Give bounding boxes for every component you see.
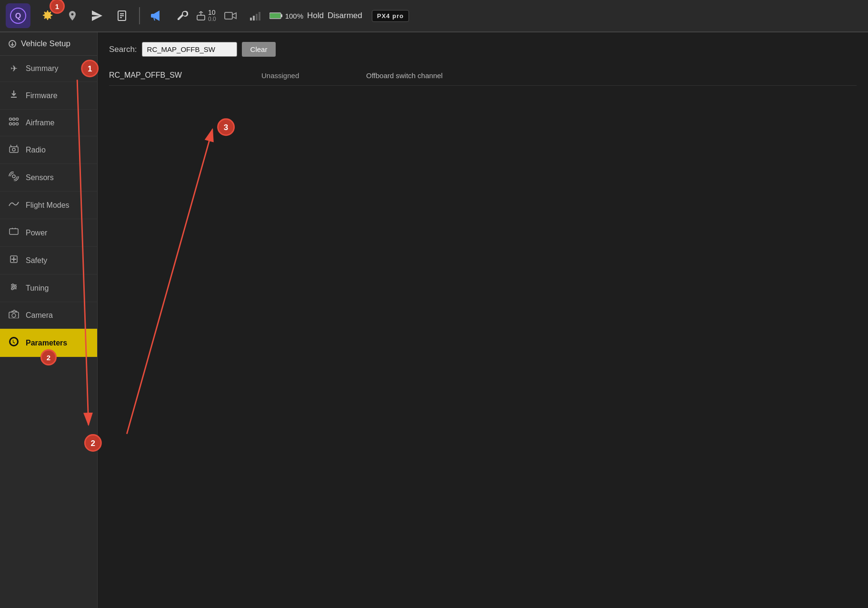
sidebar-label-flight-modes: Flight Modes [26, 201, 70, 210]
annotation-2: 2 [40, 349, 57, 365]
svg-point-36 [12, 284, 14, 286]
svg-point-19 [13, 118, 15, 121]
param-name: RC_MAP_OFFB_SW [109, 71, 261, 80]
location-button[interactable] [62, 5, 83, 26]
search-row: Search: Clear [109, 42, 857, 57]
svg-rect-6 [197, 15, 205, 20]
nav-divider [139, 7, 140, 24]
sidebar-item-airframe[interactable]: Airframe [0, 110, 97, 136]
svg-rect-24 [10, 147, 18, 152]
battery-status: 100% [269, 12, 303, 20]
sidebar-label-airframe: Airframe [26, 119, 54, 127]
svg-rect-16 [281, 14, 282, 17]
sidebar-item-camera[interactable]: Camera [0, 302, 97, 329]
svg-point-40 [12, 314, 16, 317]
arm-status: Disarmed [328, 11, 362, 20]
svg-point-25 [12, 148, 15, 151]
satellite-sub: 0.0 [208, 16, 216, 22]
sidebar-label-camera: Camera [26, 311, 53, 320]
satellite-count: 10 [208, 9, 216, 16]
search-input[interactable] [142, 42, 237, 57]
sidebar-item-summary[interactable]: ✈ Summary [0, 56, 97, 82]
sidebar-label-power: Power [26, 229, 47, 237]
svg-text:Q: Q [15, 12, 21, 20]
sidebar-label-summary: Summary [26, 64, 58, 73]
sidebar-item-sensors[interactable]: Sensors [0, 164, 97, 192]
settings-button[interactable]: 1 [37, 5, 58, 26]
svg-point-28 [12, 175, 15, 178]
svg-rect-14 [259, 12, 260, 20]
send-button[interactable] [87, 5, 108, 26]
svg-point-18 [10, 118, 12, 121]
video-button[interactable] [220, 5, 241, 26]
sidebar-item-tuning[interactable]: Tuning [0, 274, 97, 302]
flight-mode-status: Hold [307, 11, 324, 20]
sidebar-header: Vehicle Setup [0, 32, 97, 56]
sensors-icon [8, 172, 20, 183]
sidebar-item-radio[interactable]: Radio [0, 136, 97, 164]
sidebar-item-flight-modes[interactable]: Flight Modes [0, 192, 97, 219]
flight-modes-icon [8, 199, 20, 211]
airframe-icon [8, 117, 20, 128]
svg-point-21 [10, 123, 12, 125]
sidebar-item-safety[interactable]: Safety [0, 247, 97, 274]
svg-rect-13 [256, 14, 258, 20]
summary-icon: ✈ [8, 63, 20, 74]
param-value: Unassigned [261, 71, 366, 80]
svg-point-20 [16, 118, 19, 121]
parameters-icon [8, 336, 20, 349]
app-logo[interactable]: Q [6, 3, 30, 28]
content-area: Search: Clear RC_MAP_OFFB_SW Unassigned … [98, 32, 868, 608]
param-description: Offboard switch channel [366, 71, 857, 80]
megaphone-button[interactable] [147, 5, 168, 26]
topbar: Q 1 [0, 0, 868, 32]
radio-icon [8, 144, 20, 156]
svg-rect-17 [270, 13, 280, 18]
tools-button[interactable] [171, 5, 192, 26]
px4-logo: PX4 pro [372, 10, 409, 22]
clear-button[interactable]: Clear [242, 42, 276, 57]
signal-button[interactable] [245, 5, 266, 26]
camera-icon [8, 310, 20, 321]
sidebar-item-firmware[interactable]: Firmware [0, 82, 97, 110]
power-icon [8, 227, 20, 239]
sidebar-label-tuning: Tuning [26, 284, 49, 293]
svg-point-23 [16, 123, 19, 125]
sidebar-label-firmware: Firmware [26, 91, 58, 100]
svg-point-38 [11, 288, 13, 290]
sidebar-label-safety: Safety [26, 256, 47, 265]
tuning-icon [8, 282, 20, 294]
safety-icon [8, 254, 20, 266]
svg-rect-29 [10, 229, 18, 234]
svg-point-37 [14, 286, 16, 288]
battery-percent: 100% [285, 12, 303, 20]
document-button[interactable] [111, 5, 132, 26]
sidebar-item-power[interactable]: Power [0, 219, 97, 247]
svg-rect-12 [253, 16, 255, 20]
search-label: Search: [109, 45, 137, 54]
satellite-status: 10 0.0 [196, 9, 216, 23]
sidebar-label-radio: Radio [26, 146, 46, 154]
annotation-overlay [98, 32, 868, 608]
sidebar-item-parameters[interactable]: Parameters 2 [0, 329, 97, 357]
sidebar-header-label: Vehicle Setup [21, 39, 70, 49]
svg-point-22 [13, 123, 15, 125]
svg-rect-10 [225, 12, 232, 19]
firmware-icon [8, 90, 20, 101]
sidebar-label-sensors: Sensors [26, 173, 54, 182]
sidebar: Vehicle Setup ✈ Summary Firmware [0, 32, 98, 608]
svg-rect-11 [250, 18, 252, 20]
sidebar-label-parameters: Parameters [26, 339, 67, 347]
param-row[interactable]: RC_MAP_OFFB_SW Unassigned Offboard switc… [109, 65, 857, 86]
